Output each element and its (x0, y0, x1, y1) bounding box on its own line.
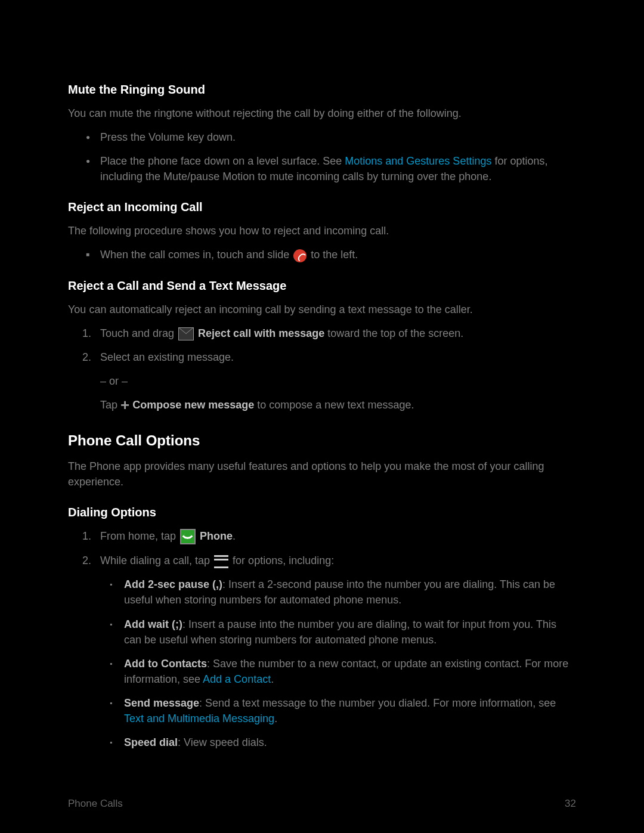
text: Place the phone face down on a level sur… (100, 155, 345, 167)
paragraph: You can automatically reject an incoming… (68, 302, 576, 317)
link-text-mms[interactable]: Text and Multimedia Messaging (124, 713, 274, 724)
bold-text: Add wait (;) (124, 618, 182, 630)
paragraph: The following procedure shows you how to… (68, 223, 576, 239)
text: to compose a new text message. (254, 399, 414, 411)
or-text: – or – (100, 373, 576, 389)
text: for options, including: (230, 555, 334, 566)
heading-reject: Reject an Incoming Call (68, 199, 576, 216)
text: : Insert a pause into the number you are… (124, 618, 556, 646)
document-page: Mute the Ringing Sound You can mute the … (0, 0, 644, 833)
list-item: Press the Volume key down. (68, 129, 576, 145)
heading-dialing: Dialing Options (68, 504, 576, 521)
tap-line: Tap + Compose new message to compose a n… (100, 397, 576, 413)
bold-text: Add 2-sec pause (,) (124, 578, 222, 590)
list-item: Add 2-sec pause (,): Insert a 2-second p… (100, 577, 576, 608)
text: Select an existing message. (100, 351, 234, 363)
heading-phone-options: Phone Call Options (68, 431, 576, 451)
bold-text: Send message (124, 697, 199, 709)
footer-page-number: 32 (565, 797, 576, 812)
list-item: Add wait (;): Insert a pause into the nu… (100, 617, 576, 648)
link-motions-gestures[interactable]: Motions and Gestures Settings (345, 155, 491, 167)
list-item: When the call comes in, touch and slide … (68, 247, 576, 262)
square-list: When the call comes in, touch and slide … (68, 247, 576, 262)
list-item: Speed dial: View speed dials. (100, 735, 576, 750)
list-item: Select an existing message. – or – Tap +… (68, 349, 576, 413)
bold-text: Phone (197, 530, 233, 542)
text: . (274, 713, 277, 724)
footer-section: Phone Calls (68, 797, 123, 812)
numbered-list: Touch and drag Reject call with message … (68, 326, 576, 413)
bold-text: Reject call with message (195, 327, 324, 339)
numbered-list: From home, tap Phone. While dialing a ca… (68, 528, 576, 750)
page-content: Mute the Ringing Sound You can mute the … (68, 67, 576, 797)
paragraph: You can mute the ringtone without reject… (68, 106, 576, 121)
list-item: Touch and drag Reject call with message … (68, 326, 576, 341)
bullet-list: Press the Volume key down. Place the pho… (68, 129, 576, 184)
list-item: Add to Contacts: Save the number to a ne… (100, 656, 576, 687)
plus-icon: + (120, 396, 129, 414)
list-item: While dialing a call, tap for options, i… (68, 553, 576, 750)
menu-icon (214, 555, 228, 568)
text: . (271, 673, 274, 685)
phone-icon (180, 529, 196, 544)
text: to the left. (308, 249, 358, 261)
text: : View speed dials. (178, 736, 267, 748)
link-add-contact[interactable]: Add a Contact (203, 673, 271, 685)
text: From home, tap (100, 530, 179, 542)
text: Tap (100, 399, 120, 411)
text: Touch and drag (100, 327, 177, 339)
text: toward the top of the screen. (324, 327, 463, 339)
reject-call-icon (293, 249, 306, 262)
list-item: Send message: Send a text message to the… (100, 695, 576, 726)
bold-text: Compose new message (129, 399, 254, 411)
heading-mute: Mute the Ringing Sound (68, 81, 576, 98)
text: When the call comes in, touch and slide (100, 249, 292, 261)
mail-icon (178, 327, 194, 340)
heading-reject-message: Reject a Call and Send a Text Message (68, 277, 576, 295)
page-footer: Phone Calls 32 (68, 797, 576, 812)
paragraph: The Phone app provides many useful featu… (68, 459, 576, 490)
bold-text: Speed dial (124, 736, 178, 748)
sub-list: Add 2-sec pause (,): Insert a 2-second p… (100, 577, 576, 750)
list-item: From home, tap Phone. (68, 528, 576, 544)
list-item: Place the phone face down on a level sur… (68, 153, 576, 184)
text: While dialing a call, tap (100, 555, 213, 566)
text: . (233, 530, 236, 542)
text: : Send a text message to the number you … (199, 697, 556, 709)
bold-text: Add to Contacts (124, 658, 207, 670)
